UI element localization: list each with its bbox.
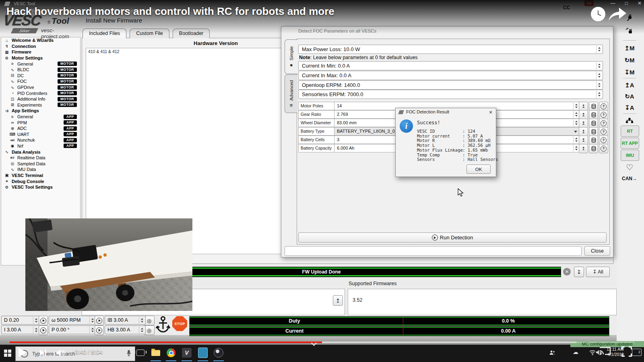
spin-arrows[interactable] bbox=[573, 111, 579, 118]
sidebar-item-bldc[interactable]: ∿BLDCMOTOR bbox=[1, 67, 80, 73]
write-motor-config-icon[interactable]: ↥M bbox=[621, 43, 638, 54]
param-help-button[interactable]: ? bbox=[599, 144, 608, 153]
spin-arrows[interactable] bbox=[33, 317, 39, 324]
notification-center-icon[interactable]: 2 bbox=[632, 349, 642, 356]
file-explorer-icon[interactable] bbox=[151, 348, 161, 358]
tab-included-files[interactable]: Included Files bbox=[83, 29, 126, 38]
sidebar-item-general[interactable]: ≡GeneralAPP bbox=[1, 114, 80, 120]
fw-download-button[interactable]: ↧ bbox=[574, 267, 584, 277]
run-speed-button[interactable] bbox=[95, 316, 104, 325]
sidebar-item-realtime-data[interactable]: RTRealtime Data bbox=[1, 155, 80, 161]
param-help-button[interactable]: ? bbox=[599, 110, 608, 119]
spin-arrows[interactable] bbox=[33, 326, 39, 333]
yt-more-chevron-icon[interactable] bbox=[312, 341, 317, 346]
sensorless-erpm-spinbox[interactable]: Sensorless ERPM: 7000.0 bbox=[298, 90, 603, 99]
heart-icon[interactable]: ♡ bbox=[621, 162, 638, 173]
emergency-stop-button[interactable]: STOP bbox=[172, 316, 187, 331]
spin-arrows[interactable] bbox=[596, 62, 602, 70]
spin-arrows[interactable] bbox=[573, 119, 579, 126]
imu-data-toggle[interactable]: IMU bbox=[621, 150, 639, 161]
param-upload-button[interactable]: ↥ bbox=[579, 110, 588, 119]
sidebar-item-motor-settings[interactable]: ⚙Motor Settings bbox=[1, 55, 80, 61]
spin-arrows[interactable] bbox=[139, 317, 145, 324]
read-motor-config-icon[interactable]: ↧M bbox=[621, 67, 638, 78]
keep-position-anchor-button[interactable] bbox=[155, 315, 171, 333]
sidebar-item-data-analysis[interactable]: ∿Data Analysis bbox=[1, 149, 80, 155]
param-help-button[interactable]: ? bbox=[599, 102, 608, 111]
yt-next-button[interactable] bbox=[39, 349, 47, 358]
people-icon[interactable] bbox=[549, 350, 555, 358]
spin-arrows[interactable] bbox=[573, 136, 579, 143]
vesc-tool-taskbar-icon[interactable]: V bbox=[182, 348, 192, 358]
realtime-app-data-toggle[interactable]: RT APP bbox=[621, 138, 639, 149]
param-upload-button[interactable]: ↥ bbox=[579, 119, 588, 128]
sidebar-item-foc[interactable]: ∿FOCMOTOR bbox=[1, 78, 80, 84]
sidebar-item-uart[interactable]: ⌨UARTAPP bbox=[1, 132, 80, 138]
sidebar-item-connection[interactable]: ↯Connection bbox=[1, 43, 80, 49]
sidebar-item-vesc-tool-settings[interactable]: ⚙VESC Tool Settings bbox=[1, 184, 80, 190]
param-upload-button[interactable]: ↥ bbox=[579, 127, 588, 136]
sidebar-item-nunchuk[interactable]: wiiNunchukAPP bbox=[1, 137, 80, 143]
dialog-close-button[interactable]: Close bbox=[584, 246, 610, 256]
firmware-upload-button[interactable]: ↥ bbox=[333, 295, 343, 306]
result-close-icon[interactable]: ✕ bbox=[487, 109, 494, 115]
handbrake-current-spinbox[interactable]: HB 3.00 A bbox=[105, 325, 146, 334]
start-button[interactable] bbox=[4, 350, 11, 357]
reread-motor-config-icon[interactable]: ↻M bbox=[621, 55, 638, 66]
speed-setpoint-spinbox[interactable]: ω 5000 RPM bbox=[49, 316, 96, 325]
sidebar-item-nrf[interactable]: ◉NrfAPP bbox=[1, 143, 80, 149]
param-help-button[interactable]: ? bbox=[599, 127, 608, 136]
blue-app-icon[interactable] bbox=[198, 348, 208, 358]
minimize-button[interactable]: — bbox=[611, 0, 615, 6]
obs-icon[interactable] bbox=[213, 348, 224, 358]
spin-arrows[interactable] bbox=[596, 81, 602, 89]
task-view-button[interactable] bbox=[135, 348, 146, 358]
chrome-icon[interactable] bbox=[166, 348, 176, 358]
sidebar-item-gpdrive[interactable]: ∿GPDriveMOTOR bbox=[1, 84, 80, 90]
yt-seek-bar[interactable] bbox=[0, 341, 644, 343]
onedrive-cloud-icon[interactable]: ☁ bbox=[573, 349, 578, 355]
brake-current-spinbox[interactable]: IB 3.00 A bbox=[105, 316, 146, 325]
current-setpoint-spinbox[interactable]: I 3.00 A bbox=[1, 325, 40, 334]
param-upload-button[interactable]: ↥ bbox=[579, 136, 588, 145]
read-app-config-icon[interactable]: ↧A bbox=[621, 102, 638, 113]
sidebar-item-ppm[interactable]: ∞PPMAPP bbox=[1, 119, 80, 125]
reread-app-config-icon[interactable]: ↻A bbox=[621, 91, 638, 102]
sidebar-item-pid-controllers[interactable]: ◔PID ControllersMOTOR bbox=[1, 90, 80, 96]
sidebar-item-experiments[interactable]: ⊞ExperimentsMOTOR bbox=[1, 102, 80, 108]
sidebar-item-firmware[interactable]: ▦Firmware bbox=[1, 49, 80, 55]
param-default-button[interactable] bbox=[589, 110, 598, 119]
sidebar-item-general[interactable]: ≡GeneralMOTOR bbox=[1, 61, 80, 67]
sidebar-item-vesc-terminal[interactable]: ▣VESC Terminal bbox=[1, 173, 80, 179]
sidebar-item-imu-data[interactable]: ∿IMU Data bbox=[1, 167, 80, 173]
param-default-button[interactable] bbox=[589, 136, 598, 145]
openloop-erpm-spinbox[interactable]: Openloop ERPM: 1400.0 bbox=[298, 80, 603, 90]
run-current-button[interactable] bbox=[39, 325, 48, 335]
spin-arrows[interactable] bbox=[573, 145, 579, 152]
can-forward-icon[interactable]: CAN→ bbox=[621, 173, 638, 184]
watch-later-icon[interactable] bbox=[591, 7, 605, 21]
fw-cancel-button[interactable]: ✕ bbox=[563, 268, 571, 276]
yt-play-button[interactable] bbox=[18, 347, 27, 359]
spin-arrows[interactable] bbox=[596, 90, 602, 98]
current-in-max-spinbox[interactable]: Current In Max: 0.0 A bbox=[298, 71, 603, 80]
wifi-icon[interactable] bbox=[589, 350, 596, 357]
param-default-button[interactable] bbox=[589, 119, 598, 128]
maximize-button[interactable]: □ bbox=[625, 0, 628, 6]
run-duty-button[interactable] bbox=[39, 316, 48, 325]
sidebar-item-debug-console[interactable]: ✶Debug Console bbox=[1, 178, 80, 184]
sidebar-item-dc[interactable]: ⊟DCMOTOR bbox=[1, 73, 80, 79]
run-detection-button[interactable]: Run Detection bbox=[298, 232, 607, 243]
current-in-min-spinbox[interactable]: Current In Min: 0.0 A bbox=[298, 61, 603, 70]
param-help-button[interactable]: ? bbox=[599, 136, 608, 145]
yt-fullscreen-icon[interactable] bbox=[621, 346, 632, 358]
run-position-button[interactable] bbox=[95, 325, 104, 335]
sidebar-item-adc[interactable]: ⊕ADCAPP bbox=[1, 125, 80, 132]
position-setpoint-spinbox[interactable]: P 0.00 ° bbox=[49, 325, 96, 334]
tab-bootloader[interactable]: Bootloader bbox=[173, 29, 210, 38]
supported-firmware-version[interactable]: 3.52 bbox=[353, 297, 362, 303]
tab-custom-file[interactable]: Custom File bbox=[130, 29, 169, 38]
tab-advanced[interactable]: Advanced ≣ bbox=[285, 74, 297, 113]
max-power-loss-spinbox[interactable]: Max Power Loss: 10.0 W bbox=[298, 45, 603, 54]
close-button[interactable]: ✕ bbox=[638, 0, 642, 6]
